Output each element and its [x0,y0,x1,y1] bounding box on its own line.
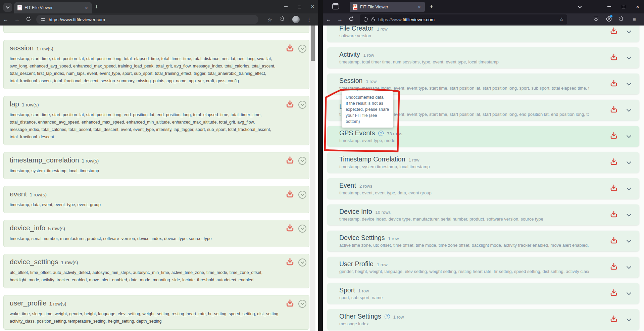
back-button[interactable]: ← [323,16,334,22]
download-icon[interactable] [610,315,618,324]
expand-chevron-icon[interactable] [298,157,306,165]
download-icon[interactable] [286,299,294,309]
scrollbar-thumb[interactable] [311,26,315,61]
fit-section-card[interactable]: User Profile ? 1 row gender, height, wei… [327,257,639,278]
help-icon[interactable]: ? [385,314,390,319]
download-icon[interactable] [610,184,618,193]
expand-chevron-icon[interactable] [627,211,631,216]
maximize-button[interactable] [298,5,301,8]
expand-chevron-icon[interactable] [627,28,631,33]
bookmark-star-icon[interactable]: ☆ [559,16,564,22]
section-actions [610,105,631,115]
fit-section-card[interactable]: Activity ? 1 row timestamp, total timer … [327,47,639,68]
close-button[interactable]: × [311,4,314,9]
download-icon[interactable] [286,190,294,200]
expand-chevron-icon[interactable] [298,45,306,53]
fit-section-card[interactable]: Sport ? 1 row sport, sub sport, name [327,283,639,304]
expand-chevron-icon[interactable] [627,316,631,321]
new-tab-button[interactable]: + [430,3,433,9]
bookmark-star-icon[interactable]: ☆ [263,16,276,23]
fit-section-card[interactable]: lap1 row(s) timestamp, start_time, start… [3,96,309,145]
list-all-tabs-icon[interactable] [578,4,582,8]
fit-section-card[interactable]: timestamp_correlation1 row(s) timestamp,… [3,152,309,179]
site-settings-icon[interactable] [40,17,46,22]
tab-close-icon[interactable]: × [417,4,422,9]
profile-avatar[interactable] [292,16,300,23]
fit-section-card[interactable]: GPS Events ? 73 rows timestamp, event ty… [327,126,639,147]
expand-chevron-icon[interactable] [627,238,631,242]
download-icon[interactable] [610,236,618,246]
firefox-view-icon[interactable] [332,3,339,9]
expand-chevron-icon[interactable] [627,264,631,269]
reload-button[interactable] [346,16,357,23]
maximize-button[interactable] [622,5,625,8]
close-button[interactable]: × [636,4,639,10]
expand-chevron-icon[interactable] [627,81,631,85]
shield-icon[interactable] [363,17,368,22]
fit-section-card[interactable]: Device Info ? 10 rows timestamp, device … [327,204,639,225]
download-icon[interactable] [286,156,294,166]
expand-chevron-icon[interactable] [298,191,306,199]
download-icon[interactable] [286,100,294,110]
forward-button[interactable]: → [11,16,23,22]
download-icon[interactable] [610,263,618,272]
fit-section-card[interactable]: File Creator ? 1 row software version [327,26,639,42]
expand-chevron-icon[interactable] [627,54,631,59]
download-icon[interactable] [610,53,618,62]
download-icon[interactable] [610,79,618,89]
chrome-scrollbar[interactable] [310,26,315,331]
download-icon[interactable] [286,44,294,54]
address-bar[interactable]: https://www.fitfileviewer.com ☆ [360,14,567,25]
address-bar[interactable]: https://www.fitfileviewer.com [36,15,258,24]
minimize-button[interactable] [607,6,611,7]
fit-section-card[interactable]: session1 row(s) timestamp, start_time, s… [3,40,309,89]
fit-section-card[interactable]: user_profile1 row(s) wake_time, sleep_ti… [3,295,309,330]
section-title: Sport [339,286,355,294]
help-icon[interactable]: ? [378,131,384,136]
expand-chevron-icon[interactable] [627,185,631,190]
section-title: File Creator [339,26,374,32]
fit-section-card[interactable]: device_settings1 row(s) utc_offset, time… [3,254,309,288]
download-icon[interactable] [610,132,618,141]
pocket-icon[interactable] [590,16,602,23]
expand-chevron-icon[interactable] [627,159,631,164]
chrome-menu-icon[interactable]: ⋮ [303,16,315,23]
download-icon[interactable] [286,224,294,234]
extensions-puzzle-icon[interactable] [276,16,289,23]
minimize-button[interactable] [284,6,288,7]
download-icon[interactable] [610,105,618,115]
url-scheme: https://www. [378,17,403,22]
expand-chevron-icon[interactable] [627,133,631,138]
section-actions [286,100,306,110]
download-icon[interactable] [610,289,618,298]
expand-chevron-icon[interactable] [298,225,306,233]
new-tab-button[interactable]: + [95,4,98,10]
expand-chevron-icon[interactable] [627,107,631,111]
download-icon[interactable] [610,27,618,36]
section-fields: message index [339,321,589,326]
forward-button[interactable]: → [334,16,346,22]
fit-section-card[interactable]: device_info5 row(s) timestamp, serial_nu… [3,220,309,247]
download-icon[interactable] [610,210,618,220]
fit-section-card[interactable]: event1 row(s) timestamp, data, event, ev… [3,186,309,213]
expand-chevron-icon[interactable] [627,290,631,295]
chrome-active-tab[interactable]: FIT File Viewer × [14,2,92,13]
firefox-menu-icon[interactable]: ≡ [628,16,641,22]
download-icon[interactable] [610,158,618,167]
extensions-puzzle-icon[interactable] [615,16,628,23]
lock-icon[interactable] [371,17,376,22]
account-icon[interactable] [602,16,615,23]
expand-chevron-icon[interactable] [298,101,306,109]
back-button[interactable]: ← [0,16,11,22]
expand-chevron-icon[interactable] [298,258,306,267]
fit-section-card[interactable]: Device Settings ? 1 row active time zone… [327,231,639,251]
fit-section-card[interactable]: Timestamp Correlation ? 1 row timestamp,… [327,152,639,173]
download-icon[interactable] [286,257,294,268]
firefox-active-tab[interactable]: FIT File Viewer × [350,2,425,12]
fit-section-card[interactable]: Event ? 2 rows timestamp, event, event t… [327,178,639,199]
tab-search-button[interactable] [3,3,12,12]
fit-section-card[interactable]: Other Settings ? 1 row message index [327,309,639,330]
tab-close-icon[interactable]: × [84,5,89,10]
expand-chevron-icon[interactable] [298,300,306,308]
reload-button[interactable] [23,16,34,23]
